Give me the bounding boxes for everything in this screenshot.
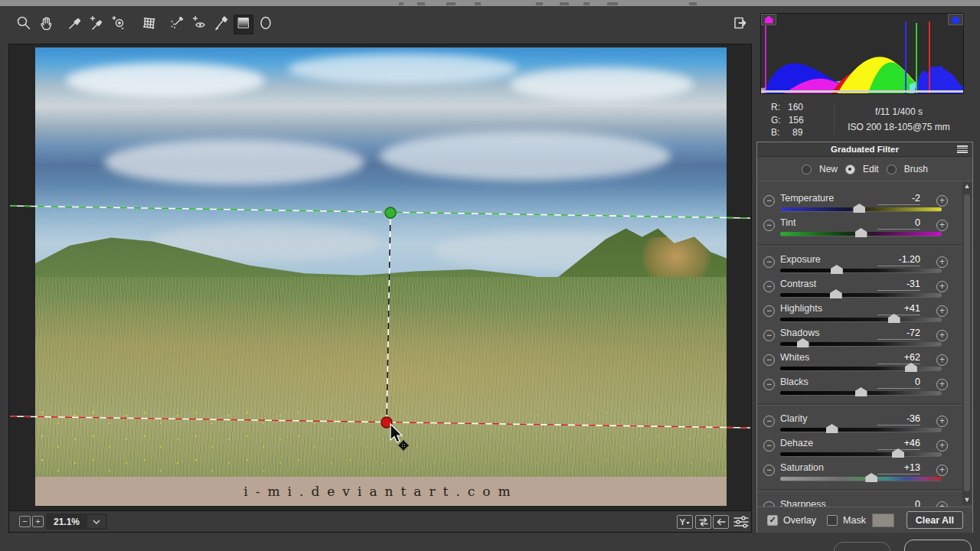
slider-label: Dehaze — [780, 438, 813, 448]
slider-track[interactable] — [780, 269, 942, 272]
group-divider — [757, 489, 972, 491]
decrement-button[interactable]: − — [763, 501, 775, 507]
panel-menu-icon[interactable] — [957, 145, 968, 153]
increment-button[interactable]: + — [936, 354, 948, 366]
radio-edit[interactable] — [845, 165, 855, 174]
decrement-button[interactable]: − — [763, 305, 775, 317]
increment-button[interactable]: + — [936, 501, 948, 507]
increment-button[interactable]: + — [936, 379, 948, 390]
copy-settings-button[interactable] — [713, 515, 729, 529]
panel-scrollbar[interactable] — [962, 182, 972, 504]
slider-value[interactable]: +13 — [877, 462, 920, 474]
highlight-clipping-icon — [952, 16, 960, 24]
slider-track[interactable] — [780, 293, 942, 297]
slider-track[interactable] — [780, 477, 942, 481]
decrement-button[interactable]: − — [763, 256, 775, 268]
slider-value[interactable]: -1.20 — [877, 254, 920, 266]
adjustment-brush-tool-button[interactable] — [211, 15, 231, 34]
before-after-view-button[interactable]: Y — [677, 515, 693, 529]
slider-thumb[interactable] — [855, 387, 867, 396]
increment-button[interactable]: + — [936, 281, 948, 292]
spot-removal-tool-button[interactable] — [167, 15, 187, 34]
increment-button[interactable]: + — [936, 330, 948, 341]
clear-all-button[interactable]: Clear All — [906, 511, 963, 529]
toggle-panel-icon — [731, 15, 748, 34]
rgb-r-value: 160 — [780, 101, 803, 114]
overlay-label[interactable]: Overlay — [783, 515, 816, 526]
watermark-band: i-mi.deviantart.com — [35, 477, 727, 506]
increment-button[interactable]: + — [936, 465, 948, 476]
graduated-filter-tool-button[interactable] — [234, 15, 253, 34]
increment-button[interactable]: + — [936, 195, 948, 207]
increment-button[interactable]: + — [936, 416, 948, 427]
transform-tool-button[interactable] — [139, 15, 159, 34]
increment-button[interactable]: + — [936, 440, 948, 452]
decrement-button[interactable]: − — [763, 440, 775, 452]
highlight-clipping-indicator[interactable] — [948, 14, 963, 25]
dialog-button-partial-right[interactable] — [904, 540, 972, 551]
preferences-button[interactable] — [732, 515, 750, 529]
decrement-button[interactable]: − — [763, 379, 775, 390]
zoom-out-button[interactable]: − — [19, 516, 31, 527]
overlay-checkbox[interactable]: ✓ — [767, 515, 778, 526]
color-sampler-tool-button[interactable] — [87, 15, 106, 34]
increment-button[interactable]: + — [936, 220, 948, 231]
zoom-level-control[interactable]: 21.1% — [46, 514, 107, 530]
slider-value[interactable]: 0 — [877, 499, 920, 507]
slider-thumb[interactable] — [865, 473, 877, 482]
slider-label: Saturation — [780, 462, 824, 473]
decrement-button[interactable]: − — [763, 220, 775, 231]
mask-label[interactable]: Mask — [843, 515, 866, 526]
slider-track[interactable] — [780, 452, 942, 456]
zoom-tool-button[interactable] — [14, 15, 34, 34]
radio-brush[interactable] — [887, 165, 897, 174]
targeted-adjustment-tool-button[interactable] — [109, 15, 129, 34]
scroll-down-icon[interactable]: ▼ — [963, 497, 971, 503]
dialog-button-partial-left[interactable] — [834, 542, 890, 551]
slider-track[interactable] — [780, 428, 942, 432]
slider-thumb[interactable] — [830, 289, 842, 298]
radial-filter-tool-button[interactable] — [256, 15, 276, 34]
increment-button[interactable]: + — [936, 305, 948, 317]
slider-value[interactable]: +62 — [877, 352, 920, 364]
slider-value[interactable]: 0 — [877, 217, 920, 230]
scroll-up-icon[interactable]: ▲ — [963, 183, 971, 189]
radio-edit-label[interactable]: Edit — [863, 164, 879, 174]
slider-thumb[interactable] — [855, 228, 867, 237]
decrement-button[interactable]: − — [763, 354, 775, 366]
slider-value[interactable]: +41 — [877, 303, 920, 315]
decrement-button[interactable]: − — [763, 416, 775, 427]
slider-value[interactable]: 0 — [877, 377, 920, 389]
decrement-button[interactable]: − — [763, 195, 775, 207]
slider-value[interactable]: +46 — [877, 438, 920, 450]
radio-brush-label[interactable]: Brush — [904, 164, 928, 174]
toggle-fullscreen-button[interactable] — [730, 15, 750, 34]
slider-value[interactable]: -36 — [877, 413, 920, 425]
red-eye-tool-button[interactable] — [189, 15, 209, 34]
slider-thumb[interactable] — [853, 204, 865, 213]
zoom-in-button[interactable]: + — [32, 516, 44, 527]
slider-track[interactable] — [780, 318, 942, 321]
slider-value[interactable]: -31 — [877, 279, 920, 291]
mask-color-swatch[interactable] — [872, 514, 894, 527]
slider-thumb[interactable] — [826, 424, 838, 433]
preferences-sliders-icon — [733, 516, 750, 528]
decrement-button[interactable]: − — [763, 330, 775, 341]
shadow-clipping-indicator[interactable] — [761, 14, 776, 25]
photo-preview[interactable]: i-mi.deviantart.com — [35, 47, 727, 506]
swap-before-after-button[interactable] — [695, 515, 711, 529]
slider-value[interactable]: -72 — [877, 328, 920, 340]
decrement-button[interactable]: − — [763, 465, 775, 476]
hand-tool-button[interactable] — [36, 15, 56, 34]
decrement-button[interactable]: − — [763, 281, 775, 292]
white-balance-tool-button[interactable] — [65, 15, 85, 34]
slider-thumb[interactable] — [797, 338, 809, 347]
zoom-level-dropdown[interactable] — [87, 515, 106, 528]
slider-value[interactable]: -2 — [877, 193, 920, 205]
mask-checkbox[interactable] — [827, 515, 838, 526]
slider-track[interactable] — [780, 367, 942, 370]
increment-button[interactable]: + — [936, 256, 948, 268]
slider-thumb[interactable] — [831, 265, 843, 274]
radio-new-label[interactable]: New — [819, 164, 838, 174]
radio-new[interactable] — [802, 165, 812, 174]
